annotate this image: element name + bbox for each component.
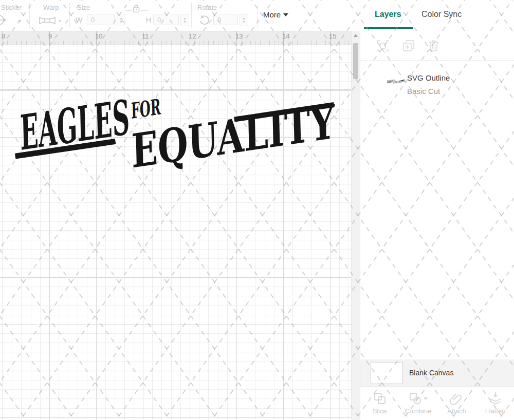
sticker-dropdown-caret[interactable]: ▾ (19, 18, 21, 24)
combine-button[interactable]: Combine (399, 387, 437, 420)
more-button[interactable]: More (263, 10, 288, 19)
rotate-label: Rotate (197, 4, 217, 11)
blank-canvas-label: Blank Canvas (409, 369, 453, 377)
panel-divider (360, 60, 514, 61)
width-label: W (76, 16, 82, 24)
width-input[interactable] (87, 14, 115, 25)
rotate-stepper[interactable]: ▲▼ (240, 14, 248, 26)
layer-subtitle: Basic Cut (407, 87, 440, 96)
width-stepper[interactable]: ▲▼ (117, 14, 125, 26)
trash-icon[interactable] (428, 40, 439, 52)
toolbar-divider (191, 3, 192, 28)
warp-dropdown-caret[interactable]: ▾ (59, 18, 61, 24)
tab-layers[interactable]: Layers (375, 10, 401, 19)
lock-bracket-left (125, 10, 132, 14)
attach-label: Attach (447, 407, 466, 415)
attach-icon (449, 392, 465, 405)
combine-dropdown-caret[interactable] (424, 397, 428, 400)
duplicate-icon[interactable] (402, 40, 415, 52)
flatten-button[interactable]: Flatten (476, 387, 514, 420)
sticker-label: Sticker (1, 4, 22, 11)
flatten-label: Flatten (485, 407, 506, 415)
layer-actions-bar: Slice Combine Attach Flatten (360, 386, 514, 420)
rotate-icon[interactable] (198, 14, 211, 26)
group-icon[interactable] (377, 40, 389, 52)
slice-button[interactable]: Slice (360, 387, 399, 420)
design-word-for: FOR (131, 93, 161, 124)
right-panel: Layers Color Sync SVG Outline Basic Cut … (360, 0, 514, 420)
combine-label: Combine (405, 407, 431, 415)
rotate-input[interactable] (213, 14, 238, 25)
design-artwork[interactable]: EAGLES FOR EQUALITY (0, 31, 360, 420)
toolbar-divider (257, 3, 258, 28)
toolbar-divider (29, 3, 30, 28)
lock-bracket-right (141, 10, 148, 14)
warp-label: Warp (43, 4, 59, 11)
more-label: More (263, 10, 281, 19)
sticker-offset-icon[interactable] (0, 14, 7, 26)
warp-icon[interactable] (39, 16, 56, 25)
layer-title: SVG Outline (407, 73, 450, 82)
flatten-icon (489, 392, 502, 405)
attach-button[interactable]: Attach (437, 387, 476, 420)
combine-icon (409, 392, 422, 405)
active-tab-underline (364, 27, 413, 29)
chevron-down-icon (283, 13, 288, 16)
layer-row[interactable]: SVG Outline Basic Cut (360, 66, 514, 98)
height-label: H (146, 16, 151, 24)
tab-color-sync[interactable]: Color Sync (421, 10, 462, 19)
slice-label: Slice (372, 407, 387, 415)
toolbar-divider (69, 3, 70, 28)
size-label: Size (77, 4, 90, 11)
size-lock-icon[interactable] (133, 4, 140, 13)
top-toolbar: Sticker ▾ Warp ▾ Size W ▲▼ H ▲▼ Rotate ▲… (0, 0, 360, 31)
blank-canvas-row[interactable]: Blank Canvas (360, 359, 514, 386)
design-word-equality: EQUALITY (131, 94, 336, 179)
height-stepper[interactable]: ▲▼ (180, 14, 189, 26)
canvas-color-swatch[interactable] (371, 362, 403, 384)
slice-icon (373, 392, 387, 405)
layer-thumbnail (387, 79, 405, 85)
height-input[interactable] (153, 14, 179, 25)
